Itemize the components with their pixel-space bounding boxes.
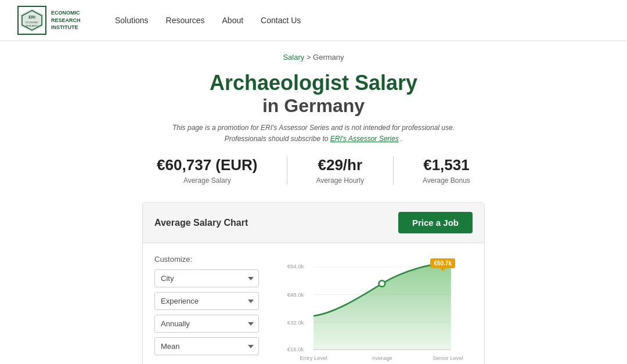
main-content: Salary > Germany Archaeologist Salary in… xyxy=(0,41,627,364)
nav-contact[interactable]: Contact Us xyxy=(261,16,301,25)
x-label-average: Average xyxy=(372,355,392,361)
main-nav: Solutions Resources About Contact Us xyxy=(115,16,301,25)
svg-marker-1 xyxy=(20,9,44,32)
breadcrumb-salary-link[interactable]: Salary xyxy=(283,53,304,62)
hourly-label: Average Hourly xyxy=(316,176,365,185)
y-label-16: €16.0k xyxy=(287,347,304,353)
bonus-label: Average Bonus xyxy=(423,176,470,185)
logo-area: ERI ECONOMIC RESEARCH ECONOMIC RESEARCH … xyxy=(17,6,92,35)
stat-hourly: €29/hr Average Hourly xyxy=(287,156,394,185)
stat-salary: €60,737 (EUR) Average Salary xyxy=(128,156,286,185)
svg-text:ECONOMIC: ECONOMIC xyxy=(26,21,38,24)
chart-card-header: Average Salary Chart Price a Job xyxy=(143,203,484,243)
logo-text: ECONOMIC RESEARCH INSTITUTE xyxy=(51,9,92,31)
customize-label: Customize: xyxy=(154,255,259,264)
chart-dot-average xyxy=(379,281,385,287)
stat-bonus: €1,531 Average Bonus xyxy=(393,156,499,185)
breadcrumb-separator: > xyxy=(307,53,313,62)
y-label-64: €64.0k xyxy=(287,264,304,270)
svg-text:ERI: ERI xyxy=(28,15,35,19)
promo-text: This page is a promotion for ERI's Asses… xyxy=(12,122,615,145)
salary-value: €60,737 (EUR) xyxy=(157,156,257,174)
header: ERI ECONOMIC RESEARCH ECONOMIC RESEARCH … xyxy=(0,0,627,41)
salary-stats: €60,737 (EUR) Average Salary €29/hr Aver… xyxy=(12,156,615,185)
salary-chart-svg: €64.0k €48.0k €32.0k €16.0k xyxy=(271,255,473,364)
customize-panel: Customize: City Experience Annually Mont… xyxy=(154,255,259,364)
breadcrumb: Salary > Germany xyxy=(12,53,615,62)
page-title-line2: in Germany xyxy=(12,95,615,117)
salary-label: Average Salary xyxy=(157,176,257,185)
promo-line2-text: Professionals should subscribe to xyxy=(225,135,330,143)
nav-about[interactable]: About xyxy=(222,16,244,25)
stat-select[interactable]: Mean Median xyxy=(154,337,259,355)
chart-card-title: Average Salary Chart xyxy=(154,218,248,228)
chart-card: Average Salary Chart Price a Job Customi… xyxy=(142,202,485,364)
experience-select[interactable]: Experience xyxy=(154,292,259,310)
svg-text:RESEARCH: RESEARCH xyxy=(26,24,38,27)
page-title-block: Archaeologist Salary in Germany xyxy=(12,71,615,117)
nav-resources[interactable]: Resources xyxy=(166,16,205,25)
promo-line1: This page is a promotion for ERI's Asses… xyxy=(172,124,455,132)
x-label-senior: Senior Level xyxy=(433,355,463,361)
nav-solutions[interactable]: Solutions xyxy=(115,16,149,25)
chart-card-body: Customize: City Experience Annually Mont… xyxy=(143,243,484,364)
hourly-value: €29/hr xyxy=(316,156,365,174)
eri-logo-icon: ERI ECONOMIC RESEARCH xyxy=(17,6,46,35)
chart-tooltip: €60.7k xyxy=(430,258,455,268)
price-job-button[interactable]: Price a Job xyxy=(398,212,473,233)
city-select[interactable]: City xyxy=(154,269,259,287)
breadcrumb-current: Germany xyxy=(313,53,344,62)
promo-period: . xyxy=(401,135,402,143)
bonus-value: €1,531 xyxy=(423,156,470,174)
assessor-series-link[interactable]: ERI's Assessor Series xyxy=(330,135,399,143)
y-label-32: €32.0k xyxy=(287,319,304,326)
page-title-line1: Archaeologist Salary xyxy=(12,71,615,95)
y-label-48: €48.0k xyxy=(287,291,304,298)
chart-area: €60.7k €64.0k €48.0k €32.0k €16.0k xyxy=(271,255,473,364)
period-select[interactable]: Annually Monthly Weekly Hourly xyxy=(154,315,259,333)
x-label-entry: Entry Level xyxy=(300,355,327,361)
